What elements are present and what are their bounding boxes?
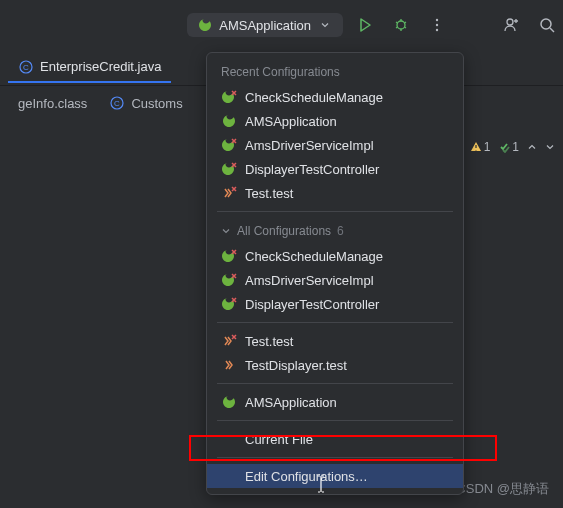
info-count[interactable]: 1	[498, 140, 519, 154]
edit-configurations-item[interactable]: Edit Configurations…	[207, 464, 463, 488]
tab-label: EnterpriseCredit.java	[40, 59, 161, 74]
separator	[217, 322, 453, 323]
item-label: Test.test	[245, 334, 293, 349]
run-config-label: AMSApplication	[219, 18, 311, 33]
editor-tab[interactable]: C EnterpriseCredit.java	[8, 53, 171, 83]
main-toolbar: AMSApplication	[0, 0, 563, 50]
editor-subtab[interactable]: C Customs	[99, 91, 192, 115]
warning-count[interactable]: 1	[470, 140, 491, 154]
item-label: Edit Configurations…	[245, 469, 368, 484]
search-button[interactable]	[533, 11, 561, 39]
config-item[interactable]: AMSApplication	[207, 390, 463, 414]
spring-red-icon	[221, 161, 237, 177]
svg-point-2	[436, 24, 438, 26]
spring-icon	[221, 394, 237, 410]
separator	[217, 420, 453, 421]
item-label: CheckScheduleManage	[245, 249, 383, 264]
config-item[interactable]: Test.test	[207, 181, 463, 205]
svg-text:C: C	[114, 99, 120, 108]
subtab-label: geInfo.class	[18, 96, 87, 111]
test-icon	[221, 357, 237, 373]
chevron-down-icon[interactable]	[545, 142, 555, 152]
item-label: AmsDriverServiceImpl	[245, 273, 374, 288]
spring-red-icon	[221, 296, 237, 312]
spring-red-icon	[221, 89, 237, 105]
config-item[interactable]: AmsDriverServiceImpl	[207, 268, 463, 292]
chevron-down-icon	[317, 17, 333, 33]
watermark: CSDN @思静语	[456, 480, 549, 498]
config-item[interactable]: AmsDriverServiceImpl	[207, 133, 463, 157]
svg-point-4	[507, 19, 513, 25]
chevron-up-icon[interactable]	[527, 142, 537, 152]
test-red-icon	[221, 333, 237, 349]
item-label: DisplayerTestController	[245, 162, 379, 177]
item-label: AmsDriverServiceImpl	[245, 138, 374, 153]
item-label: DisplayerTestController	[245, 297, 379, 312]
java-class-icon: C	[109, 95, 125, 111]
more-button[interactable]	[423, 11, 451, 39]
config-item[interactable]: DisplayerTestController	[207, 292, 463, 316]
svg-point-0	[397, 21, 405, 29]
item-label: AMSApplication	[245, 395, 337, 410]
svg-point-5	[541, 19, 551, 29]
item-label: Test.test	[245, 186, 293, 201]
item-label: TestDisplayer.test	[245, 358, 347, 373]
all-header: All Configurations 6	[207, 218, 463, 244]
spring-icon	[197, 17, 213, 33]
separator	[217, 383, 453, 384]
item-label: Current File	[245, 432, 313, 447]
separator	[217, 457, 453, 458]
svg-point-1	[436, 19, 438, 21]
separator	[217, 211, 453, 212]
config-item[interactable]: Test.test	[207, 329, 463, 353]
add-user-button[interactable]	[497, 11, 525, 39]
run-config-dropdown: Recent Configurations CheckScheduleManag…	[206, 52, 464, 495]
item-label: AMSApplication	[245, 114, 337, 129]
spring-red-icon	[221, 137, 237, 153]
config-item[interactable]: DisplayerTestController	[207, 157, 463, 181]
recent-header: Recent Configurations	[207, 59, 463, 85]
java-class-icon: C	[18, 59, 34, 75]
subtab-label: Customs	[131, 96, 182, 111]
current-file-item[interactable]: Current File	[207, 427, 463, 451]
config-item[interactable]: CheckScheduleManage	[207, 85, 463, 109]
run-button[interactable]	[351, 11, 379, 39]
svg-text:C: C	[23, 63, 29, 72]
config-item[interactable]: CheckScheduleManage	[207, 244, 463, 268]
test-red-icon	[221, 185, 237, 201]
run-config-selector[interactable]: AMSApplication	[187, 13, 343, 37]
debug-button[interactable]	[387, 11, 415, 39]
svg-point-3	[436, 29, 438, 31]
spring-icon	[221, 113, 237, 129]
spring-red-icon	[221, 248, 237, 264]
spring-red-icon	[221, 272, 237, 288]
config-item[interactable]: AMSApplication	[207, 109, 463, 133]
config-item[interactable]: TestDisplayer.test	[207, 353, 463, 377]
item-label: CheckScheduleManage	[245, 90, 383, 105]
editor-subtab[interactable]: geInfo.class	[8, 92, 97, 115]
